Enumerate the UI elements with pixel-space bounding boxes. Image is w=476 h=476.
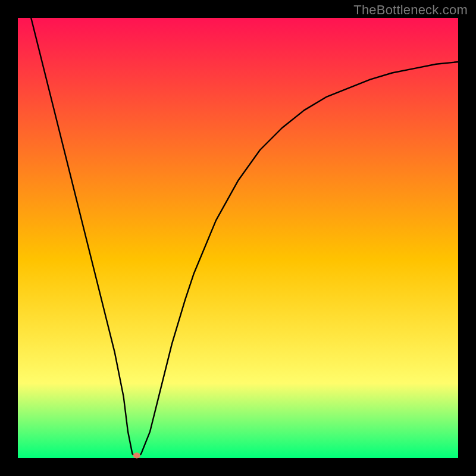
- watermark-text: TheBottleneck.com: [353, 2, 468, 18]
- plot-area: [18, 18, 458, 458]
- bottleneck-chart: [0, 0, 476, 476]
- chart-container: TheBottleneck.com: [0, 0, 476, 476]
- optimal-point-marker: [133, 453, 140, 459]
